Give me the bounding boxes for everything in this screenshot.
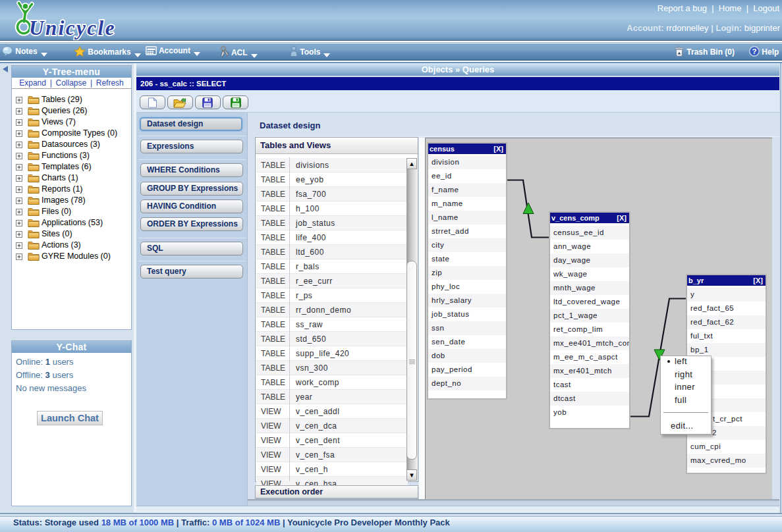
svg-text:Unicycle: Unicycle [29,16,116,40]
svg-text:?: ? [752,47,756,55]
